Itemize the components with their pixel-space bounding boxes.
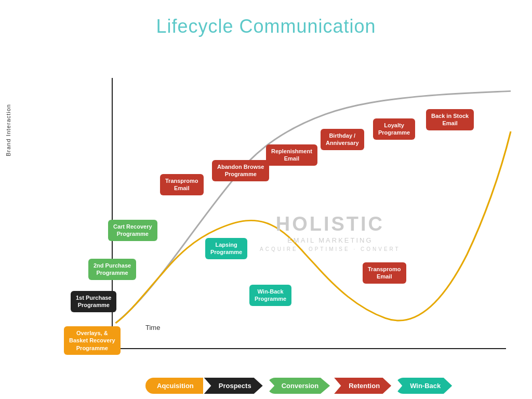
bubble-overlays-basket: Overlays, & Basket Recovery Programme: [64, 326, 121, 355]
watermark-sub: EMAIL MARKETING: [260, 236, 401, 244]
chart-area: Time HOLISTIC EMAIL MARKETING ACQUIRE · …: [31, 68, 522, 357]
bubble-2nd-purchase: 2nd Purchase Programme: [88, 259, 136, 280]
bubble-transpromo1: Transpromo Email: [160, 174, 204, 195]
legend-retention: Retention: [334, 378, 391, 394]
x-axis: [112, 348, 506, 349]
x-axis-label: Time: [145, 324, 160, 331]
bubble-loyalty: Loyalty Programme: [373, 118, 415, 140]
legend-acquisition: Aqcuisition: [145, 378, 203, 394]
bubble-abandon-browse: Abandon Browse Programme: [212, 160, 269, 181]
bubble-win-back: Win-Back Programme: [249, 285, 291, 306]
legend-conversion: Conversion: [267, 378, 330, 394]
legend-win-back: Win-Back: [395, 378, 452, 394]
legend-prospects: Prospects: [204, 378, 263, 394]
y-axis-label: Brand Interaction: [5, 104, 11, 156]
bubble-lapsing: Lapsing Programme: [205, 238, 247, 259]
legend-area: Aqcuisition Prospects Conversion Retenti…: [145, 378, 452, 394]
watermark-tagline: ACQUIRE · OPTIMISE · CONVERT: [260, 246, 401, 252]
bubble-transpromo2: Transpromo Email: [363, 262, 406, 284]
bubble-replenishment: Replenishment Email: [266, 144, 317, 166]
page-title: Lifecycle Communication: [0, 0, 532, 37]
bubble-back-in-stock: Back in Stock Email: [426, 109, 474, 130]
bubble-cart-recovery: Cart Recovery Programme: [108, 220, 157, 241]
bubble-1st-purchase: 1st Purchase Programme: [71, 291, 116, 312]
bubble-birthday: Birthday / Anniversary: [321, 129, 364, 150]
watermark-main: HOLISTIC: [260, 213, 401, 235]
watermark: HOLISTIC EMAIL MARKETING ACQUIRE · OPTIM…: [260, 213, 401, 252]
